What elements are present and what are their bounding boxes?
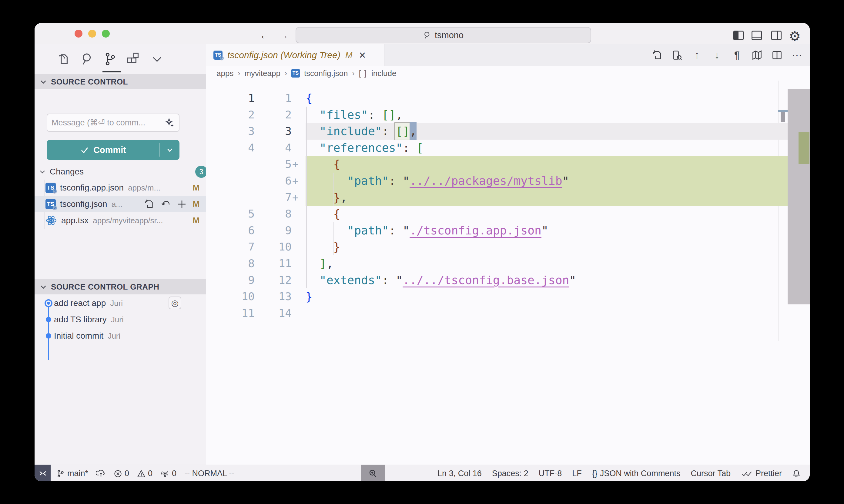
code-line[interactable]: 1013} bbox=[206, 288, 810, 305]
commit-row[interactable]: Initial commit Juri bbox=[35, 328, 206, 344]
modified-line-number: 3 bbox=[255, 123, 292, 140]
code-line[interactable]: 11{ bbox=[206, 90, 810, 107]
extensions-view-icon[interactable] bbox=[125, 52, 139, 66]
tsconfig-file-icon: TS⚙ bbox=[46, 199, 56, 209]
stage-changes-plus-icon[interactable] bbox=[177, 199, 187, 209]
settings-gear-icon[interactable]: ⚙ bbox=[789, 29, 800, 44]
code-line[interactable]: 22 "files": [], bbox=[206, 107, 810, 123]
discard-changes-icon[interactable] bbox=[161, 199, 170, 209]
indentation-indicator[interactable]: Spaces: 2 bbox=[492, 469, 529, 478]
breadcrumb-item-apps[interactable]: apps bbox=[217, 69, 234, 78]
formatter-indicator[interactable]: Prettier bbox=[741, 469, 782, 478]
previous-change-icon[interactable]: ↑ bbox=[691, 49, 702, 61]
original-line-number: 9 bbox=[206, 272, 255, 289]
branch-name: main* bbox=[67, 469, 88, 478]
cursor-position-indicator[interactable]: Ln 3, Col 16 bbox=[437, 469, 482, 478]
code-line[interactable]: 1114 bbox=[206, 305, 810, 322]
modified-line-number: 4 bbox=[255, 140, 292, 156]
code-line[interactable]: 710 } bbox=[206, 239, 810, 255]
scrollbar-slider[interactable] bbox=[788, 89, 810, 304]
checkout-target-icon[interactable]: ◎ bbox=[169, 296, 181, 309]
code-text: { bbox=[301, 206, 340, 222]
breadcrumb-item-file[interactable]: tsconfig.json bbox=[304, 69, 348, 78]
file-path: a... bbox=[111, 200, 139, 209]
code-line[interactable]: 912 "extends": "../../tsconfig.base.json… bbox=[206, 272, 810, 289]
original-line-number: 1 bbox=[206, 90, 255, 107]
code-line[interactable]: 58 { bbox=[206, 206, 810, 222]
close-tab-icon[interactable]: × bbox=[359, 51, 366, 60]
notifications-bell-icon[interactable] bbox=[792, 469, 800, 478]
code-line[interactable]: 33 "include": [], bbox=[206, 123, 810, 140]
changed-file-row[interactable]: TS⚙ tsconfig.app.json apps/m... M bbox=[35, 180, 206, 196]
close-window-button[interactable] bbox=[74, 30, 83, 38]
commit-row[interactable]: add TS library Juri bbox=[35, 311, 206, 328]
original-line-number: 11 bbox=[206, 305, 255, 322]
cursor-tab-indicator[interactable]: Cursor Tab bbox=[691, 469, 730, 478]
modified-line-number: 9 bbox=[255, 222, 292, 239]
toggle-panel-icon[interactable] bbox=[751, 30, 762, 41]
map-icon[interactable] bbox=[752, 50, 762, 60]
code-line[interactable]: 811 ], bbox=[206, 255, 810, 272]
double-check-icon bbox=[741, 470, 753, 478]
path-link: ./tsconfig.app.json bbox=[410, 224, 541, 237]
toggle-primary-sidebar-icon[interactable] bbox=[733, 30, 744, 41]
vim-mode-indicator[interactable]: -- NORMAL -- bbox=[184, 469, 234, 478]
render-whitespace-icon[interactable]: ¶ bbox=[731, 49, 742, 61]
diff-editor[interactable]: 11{22 "files": [],33 "include": [],44 "r… bbox=[206, 80, 810, 465]
sparkle-icon[interactable] bbox=[164, 118, 175, 128]
breadcrumb-item-include[interactable]: include bbox=[372, 69, 396, 78]
more-actions-icon[interactable]: ⋯ bbox=[792, 49, 803, 61]
path-link: ../../packages/mytslib bbox=[410, 174, 562, 187]
code-line[interactable]: 5+ { bbox=[206, 156, 810, 173]
modified-status-badge: M bbox=[193, 183, 200, 193]
branch-indicator[interactable]: main* bbox=[56, 469, 88, 478]
code-line[interactable]: 69 "path": "./tsconfig.app.json" bbox=[206, 222, 810, 239]
original-line-number: 4 bbox=[206, 140, 255, 156]
added-line-plus bbox=[292, 90, 301, 107]
ports-indicator[interactable]: 0 bbox=[160, 469, 176, 478]
code-line[interactable]: 44 "references": [ bbox=[206, 140, 810, 156]
path-link: ../../tsconfig.base.json bbox=[402, 273, 569, 287]
code-line[interactable]: 6+ "path": "../../packages/mytslib" bbox=[206, 173, 810, 189]
commit-button[interactable]: Commit bbox=[47, 140, 179, 160]
commit-message-input[interactable]: Message (⌘⏎ to comm... bbox=[47, 113, 179, 132]
warnings-count: 0 bbox=[148, 469, 153, 478]
modified-line-number: 11 bbox=[255, 255, 292, 272]
warnings-indicator[interactable]: 0 bbox=[137, 469, 153, 478]
source-control-section-header[interactable]: SOURCE CONTROL bbox=[35, 74, 206, 89]
forward-button[interactable]: → bbox=[278, 29, 289, 42]
more-views-chevron-icon[interactable] bbox=[150, 52, 164, 66]
file-name: tsconfig.json bbox=[60, 199, 107, 209]
command-center-search[interactable]: tsmono bbox=[296, 27, 591, 43]
eol-indicator[interactable]: LF bbox=[572, 469, 582, 478]
remote-indicator[interactable] bbox=[35, 465, 51, 481]
tab-bar: TS⚙ tsconfig.json (Working Tree) M × ↑ ↓ bbox=[206, 44, 810, 66]
source-control-view-icon[interactable] bbox=[103, 52, 116, 66]
source-control-graph-section-header[interactable]: SOURCE CONTROL GRAPH bbox=[35, 279, 206, 294]
screencast-zoom-indicator[interactable] bbox=[361, 465, 385, 481]
explorer-icon[interactable] bbox=[57, 52, 70, 66]
maximize-window-button[interactable] bbox=[102, 30, 110, 38]
language-mode-indicator[interactable]: {} JSON with Comments bbox=[592, 469, 681, 478]
minimize-window-button[interactable] bbox=[88, 30, 96, 38]
breadcrumb-item-myviteapp[interactable]: myviteapp bbox=[244, 69, 280, 78]
open-file-icon[interactable] bbox=[652, 50, 662, 60]
back-button[interactable]: ← bbox=[259, 29, 271, 42]
split-editor-icon[interactable] bbox=[772, 50, 782, 60]
open-file-icon[interactable] bbox=[144, 199, 154, 209]
tab-tsconfig-json[interactable]: TS⚙ tsconfig.json (Working Tree) M × bbox=[206, 44, 384, 66]
next-change-icon[interactable]: ↓ bbox=[711, 49, 722, 61]
errors-indicator[interactable]: 0 bbox=[114, 469, 129, 478]
toggle-secondary-sidebar-icon[interactable] bbox=[771, 30, 782, 41]
search-view-icon[interactable] bbox=[80, 52, 93, 66]
chevron-down-icon bbox=[39, 168, 46, 175]
commit-dropdown-button[interactable] bbox=[160, 146, 179, 154]
inline-view-icon[interactable] bbox=[672, 50, 683, 60]
changes-section-header[interactable]: Changes 3 bbox=[39, 164, 202, 180]
changed-file-row[interactable]: app.tsx apps/myviteapp/sr... M bbox=[35, 212, 206, 229]
sync-changes-button[interactable] bbox=[96, 469, 106, 479]
changed-file-row-selected[interactable]: TS⚙ tsconfig.json a... bbox=[35, 196, 206, 212]
chevron-down-icon bbox=[39, 283, 47, 291]
encoding-indicator[interactable]: UTF-8 bbox=[539, 469, 562, 478]
code-line[interactable]: 7+ }, bbox=[206, 189, 810, 206]
